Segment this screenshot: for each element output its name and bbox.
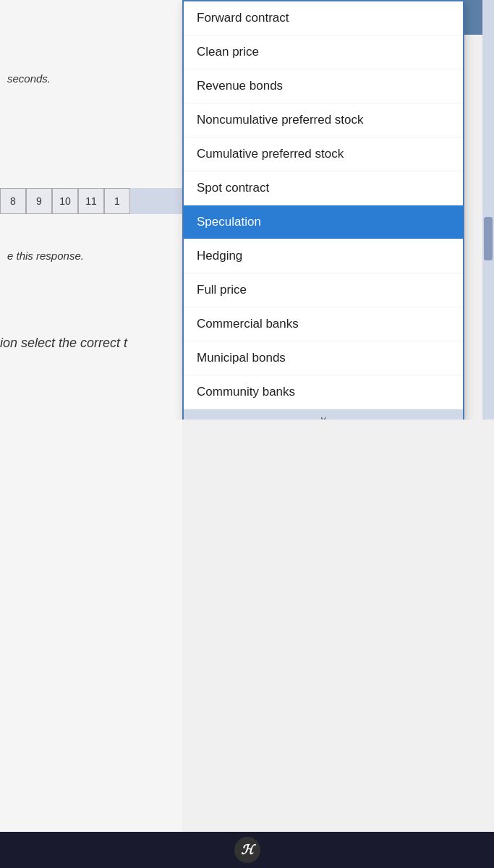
dropdown-item-full-price[interactable]: Full price [184,273,463,307]
dropdown-item-commercial-banks[interactable]: Commercial banks [184,307,463,341]
dropdown-item-forward-contract[interactable]: Forward contract [184,1,463,35]
dropdown-item-noncumulative-preferred[interactable]: Noncumulative preferred stock [184,103,463,137]
dropdown-item-municipal-bonds[interactable]: Municipal bonds [184,341,463,375]
dropdown-scroll-down[interactable]: ∨ [184,409,463,420]
dropdown-item-community-banks[interactable]: Community banks [184,375,463,409]
table-area: Forward contract Clean price Revenue bon… [0,0,494,420]
dropdown-item-spot-contract[interactable]: Spot contract [184,171,463,205]
dropdown-item-revenue-bonds[interactable]: Revenue bonds [184,69,463,103]
chevron-down-icon: ∨ [320,414,327,420]
bottom-bar: ℋ [0,832,494,868]
dropdown-item-hedging[interactable]: Hedging [184,239,463,273]
hp-logo: ℋ [234,837,260,863]
dropdown-item-speculation[interactable]: Speculation [184,205,463,239]
dropdown-item-cumulative-preferred[interactable]: Cumulative preferred stock [184,137,463,171]
dropdown-menu[interactable]: Forward contract Clean price Revenue bon… [182,0,464,420]
page-wrapper: seconds. 8 9 10 11 1 e this response. io… [0,0,494,868]
scrollbar-thumb[interactable] [484,217,493,260]
hp-logo-text: ℋ [241,842,254,858]
scrollbar-track[interactable] [482,0,494,420]
dropdown-item-clean-price[interactable]: Clean price [184,35,463,69]
